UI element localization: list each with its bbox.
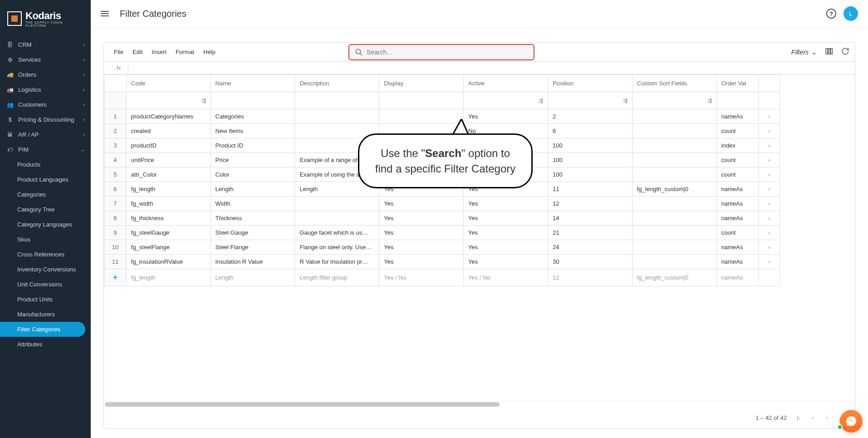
cell-order[interactable]: count [716,153,759,167]
row-detail-button[interactable]: › [768,200,770,207]
cell-position[interactable]: 12 [548,197,632,211]
user-avatar[interactable]: L [843,6,858,21]
cell-name[interactable]: Insulation R Value [211,255,295,269]
cell-desc[interactable] [295,211,379,226]
filter-icon[interactable]: ⇶ [201,98,206,104]
column-filter[interactable]: ⇶ [464,92,548,109]
row-detail-button[interactable]: › [768,128,770,134]
cell-position[interactable]: 24 [548,240,632,255]
sidebar-item-orders[interactable]: 🚚Orders› [0,67,91,82]
cell-position[interactable]: 6 [548,124,632,138]
sidebar-subitem-attributes[interactable]: Attributes [0,337,91,352]
sidebar-subitem-inventory-conversions[interactable]: Inventory Conversions [0,262,91,277]
new-pos[interactable]: 12 [548,269,632,286]
cell-order[interactable]: count [716,226,759,240]
cell-order[interactable]: nameAs [716,109,759,124]
new-sort[interactable]: fg_length_custom|0 [632,269,716,286]
column-filter[interactable] [295,92,379,109]
new-active[interactable]: Yes / No [464,269,548,286]
cell-order[interactable]: index [716,138,759,153]
cell-code[interactable]: fg_steelFlange [126,240,211,255]
menu-edit[interactable]: Edit [128,47,147,57]
cell-position[interactable]: 11 [548,182,632,197]
cell-code[interactable]: unitPrice [126,153,211,167]
row-detail-button[interactable]: › [768,142,770,149]
menu-help[interactable]: Help [199,47,220,57]
column-header-position[interactable]: Position [548,75,632,92]
cell-name[interactable]: Steel Flange [211,240,295,255]
cell-name[interactable]: Thickness [211,211,295,226]
row-detail-button[interactable]: › [768,113,770,120]
sidebar-subitem-categories[interactable]: Categories [0,187,91,202]
cell-name[interactable]: New Items [211,124,295,138]
sidebar-subitem-skus[interactable]: Skus [0,232,91,247]
row-detail-button[interactable]: › [768,157,770,163]
column-filter[interactable] [211,92,295,109]
cell-sort[interactable] [632,240,716,255]
cell-display[interactable]: Yes [379,226,464,240]
column-header-display[interactable]: Display [379,75,464,92]
new-row[interactable]: + fg_length Length Length filter group Y… [104,269,780,286]
cell-position[interactable]: 100 [548,153,632,167]
table-row[interactable]: 1productCategoryNamesCategoriesYes2nameA… [104,109,780,124]
menu-file[interactable]: File [109,47,128,57]
cell-code[interactable]: created [126,124,211,138]
cell-active[interactable]: Yes [464,226,548,240]
sidebar-item-customers[interactable]: 👥Customers› [0,97,91,112]
column-header-description[interactable]: Description [295,75,379,92]
cell-order[interactable]: count [716,124,759,138]
filter-icon[interactable]: ⇶ [539,98,543,104]
help-icon[interactable]: ? [826,9,836,19]
sidebar-item-logistics[interactable]: 🚛Logistics› [0,82,91,97]
cell-sort[interactable] [632,211,716,226]
table-row[interactable]: 9fg_steelGaugeSteel GaugeGauge facet whi… [104,226,780,240]
menu-toggle-button[interactable] [101,8,112,19]
cell-code[interactable]: fg_length [126,182,211,197]
row-detail-button[interactable]: › [768,215,770,221]
cell-name[interactable]: Categories [211,109,295,124]
sidebar-subitem-unit-conversions[interactable]: Unit Conversions [0,277,91,292]
new-name[interactable]: Length [211,269,295,286]
cell-code[interactable]: fg_insulationRValue [126,255,211,269]
cell-name[interactable]: Product ID [211,138,295,153]
horizontal-scrollbar[interactable] [104,401,855,407]
cell-code[interactable]: attr_Color [126,167,211,182]
chat-widget-button[interactable] [840,410,863,433]
cell-desc[interactable] [295,109,379,124]
cell-code[interactable]: fg_steelGauge [126,226,211,240]
sidebar-item-pim[interactable]: 🏷 PIM ⌄ [0,142,91,157]
first-page-button[interactable]: |‹ [795,414,802,421]
cell-order[interactable]: nameAs [716,197,759,211]
cell-order[interactable]: nameAs [716,182,759,197]
cell-name[interactable]: Length [211,182,295,197]
sidebar-item-pricing-discounting[interactable]: $Pricing & Discounting› [0,112,91,127]
cell-active[interactable]: Yes [464,255,548,269]
cell-order[interactable]: nameAs [716,211,759,226]
cell-sort[interactable]: fg_length_custom|0 [632,182,716,197]
cell-code[interactable]: fg_thickness [126,211,211,226]
sidebar-subitem-category-tree[interactable]: Category Tree [0,202,91,217]
sidebar-item-services[interactable]: ⚙Services› [0,52,91,67]
columns-icon[interactable] [825,47,833,57]
cell-name[interactable]: Width [211,197,295,211]
menu-insert[interactable]: Insert [147,47,171,57]
new-code[interactable]: fg_length [126,269,211,286]
row-detail-button[interactable]: › [768,171,770,178]
sidebar-item-crm[interactable]: 🗄CRM› [0,37,91,52]
column-header-code[interactable]: Code [126,75,211,92]
column-filter[interactable]: ⇶ [548,92,632,109]
sidebar-subitem-category-languages[interactable]: Category Languages [0,217,91,232]
cell-code[interactable]: productCategoryNames [126,109,211,124]
column-filter[interactable] [716,92,759,109]
cell-name[interactable]: Price [211,153,295,167]
cell-active[interactable]: Yes [464,240,548,255]
row-detail-button[interactable]: › [768,244,770,251]
column-header-order-val[interactable]: Order Val [716,75,759,92]
cell-active[interactable]: Yes [464,211,548,226]
filter-icon[interactable]: ⇶ [623,98,628,104]
row-detail-button[interactable]: › [768,186,770,192]
cell-sort[interactable] [632,153,716,167]
new-order[interactable]: nameAs [716,269,759,286]
cell-sort[interactable] [632,124,716,138]
row-detail-button[interactable]: › [768,229,770,236]
